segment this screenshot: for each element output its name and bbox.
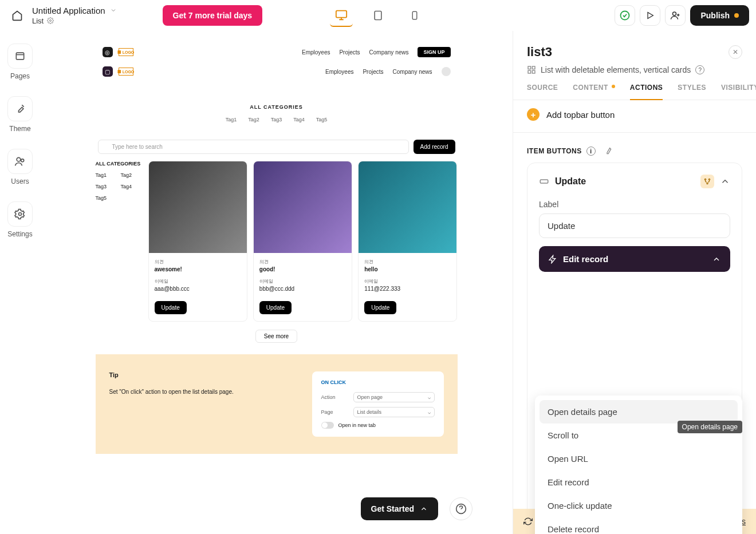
nav-theme[interactable]: Theme: [7, 96, 33, 133]
app-title[interactable]: Untitled Application: [32, 6, 105, 15]
newtab-toggle[interactable]: [321, 422, 334, 429]
action-dropdown: Open details page Scroll to Open URL Edi…: [535, 395, 742, 534]
nav-projects[interactable]: Projects: [339, 49, 360, 56]
device-desktop[interactable]: [330, 4, 353, 27]
page-label: Page: [321, 409, 348, 415]
item-buttons-heading: ITEM BUTTONS: [527, 147, 582, 155]
nav-company-news-2[interactable]: Company news: [393, 69, 432, 75]
card-image: [254, 161, 352, 253]
svg-point-17: [708, 179, 710, 180]
nav-pages[interactable]: Pages: [7, 43, 33, 80]
sidebar-tag[interactable]: Tag5: [96, 195, 116, 201]
tab-visibility[interactable]: VISIBILITY: [721, 84, 756, 100]
tip-text: Set "On click" action to open the list d…: [109, 389, 278, 395]
info-icon[interactable]: ?: [695, 65, 704, 74]
see-more-button[interactable]: See more: [255, 330, 297, 343]
sidebar-tag[interactable]: Tag4: [121, 184, 141, 189]
label-input[interactable]: [539, 213, 730, 238]
preview-button[interactable]: [640, 5, 660, 26]
close-panel-button[interactable]: ✕: [729, 45, 742, 59]
card-update-button[interactable]: Update: [155, 301, 187, 314]
action-type-select[interactable]: Edit record: [539, 246, 730, 272]
case-icon: ▢: [103, 66, 113, 77]
button-icon: [539, 176, 549, 187]
svg-rect-13: [528, 70, 531, 73]
svg-point-8: [21, 159, 24, 162]
card-update-button[interactable]: Update: [259, 301, 292, 314]
status-check-button[interactable]: [615, 5, 635, 26]
search-input[interactable]: Type here to search: [98, 140, 409, 154]
refresh-icon: [523, 517, 533, 526]
svg-point-7: [17, 157, 21, 161]
panel-title: list3: [527, 45, 552, 60]
grid-icon: [527, 65, 536, 74]
chevron-up-icon[interactable]: [720, 176, 730, 187]
nav-employees-2[interactable]: Employees: [325, 69, 353, 75]
add-topbar-button[interactable]: + Add topbar button: [527, 108, 742, 121]
svg-rect-11: [528, 66, 531, 69]
trial-button[interactable]: Get 7 more trial days: [163, 5, 263, 26]
logo-badge-2: ▦LOGO: [119, 68, 133, 76]
add-record-button[interactable]: Add record: [414, 140, 455, 154]
dropdown-item[interactable]: Open details page: [540, 400, 738, 424]
tooltip: Open details page: [678, 421, 742, 433]
chevron-down-icon[interactable]: [110, 7, 117, 14]
nav-company-news[interactable]: Company news: [369, 49, 409, 56]
svg-rect-12: [532, 66, 535, 69]
device-tablet[interactable]: [367, 4, 389, 27]
gear-icon[interactable]: [47, 17, 54, 24]
tag-link[interactable]: Tag4: [293, 117, 305, 122]
tag-link[interactable]: Tag1: [226, 117, 237, 122]
nav-users[interactable]: Users: [7, 149, 33, 185]
signup-button[interactable]: SIGN UP: [418, 47, 450, 57]
nav-employees[interactable]: Employees: [302, 49, 330, 56]
logo-badge: ▦LOGO: [119, 48, 133, 56]
card-update-button[interactable]: Update: [364, 301, 396, 314]
svg-point-9: [19, 213, 22, 216]
bolt-icon: [548, 255, 557, 264]
tab-styles[interactable]: STYLES: [678, 84, 706, 100]
nav-projects-2[interactable]: Projects: [363, 69, 383, 75]
brush-icon[interactable]: [604, 147, 613, 156]
sidebar-tag[interactable]: Tag3: [96, 184, 116, 189]
publish-button[interactable]: Publish: [690, 5, 749, 26]
branch-icon[interactable]: [700, 175, 714, 188]
info-icon[interactable]: i: [586, 147, 596, 156]
tag-link[interactable]: Tag3: [271, 117, 282, 122]
page-select[interactable]: List details⌵: [353, 407, 435, 417]
tab-source[interactable]: SOURCE: [527, 84, 558, 100]
panel-subtitle: List with deletable elements, vertical c…: [541, 65, 691, 74]
item-name: Update: [555, 176, 586, 187]
list-card[interactable]: 의견hello 이메일111@222.333 Update: [358, 161, 457, 322]
action-label: Action: [321, 394, 348, 400]
sidebar-categories-heading: ALL CATEGORIES: [96, 161, 141, 167]
categories-heading: ALL CATEGORIES: [96, 104, 458, 110]
tag-link[interactable]: Tag5: [316, 117, 328, 122]
dropdown-item[interactable]: Edit record: [540, 470, 738, 494]
chevron-up-icon: [712, 255, 721, 264]
plus-icon: +: [527, 108, 540, 121]
home-button[interactable]: [7, 5, 27, 26]
tab-actions[interactable]: ACTIONS: [630, 84, 663, 100]
device-mobile[interactable]: [403, 4, 426, 27]
sidebar-tag[interactable]: Tag2: [121, 172, 141, 178]
dropdown-item[interactable]: Open URL: [540, 447, 738, 470]
breadcrumb-page[interactable]: List: [32, 17, 44, 25]
nav-settings[interactable]: Settings: [7, 201, 33, 238]
list-card[interactable]: 의견awesome! 이메일aaa@bbb.ccc Update: [148, 161, 247, 322]
label-field-label: Label: [539, 200, 730, 209]
svg-rect-14: [532, 70, 535, 73]
action-select[interactable]: Open page⌵: [353, 392, 435, 402]
get-started-button[interactable]: Get Started: [361, 497, 438, 520]
dropdown-item[interactable]: One-click update: [540, 494, 738, 517]
list-card[interactable]: 의견good! 이메일bbb@ccc.ddd Update: [253, 161, 352, 322]
avatar[interactable]: [442, 67, 451, 76]
invite-user-button[interactable]: [665, 5, 686, 26]
tag-link[interactable]: Tag2: [248, 117, 259, 122]
sidebar-tag[interactable]: Tag1: [96, 172, 116, 178]
svg-rect-15: [540, 180, 548, 183]
tab-content[interactable]: CONTENT: [573, 84, 615, 100]
globe-icon: ◎: [103, 47, 113, 57]
help-button[interactable]: [450, 497, 472, 520]
dropdown-item[interactable]: Delete record: [540, 517, 738, 534]
